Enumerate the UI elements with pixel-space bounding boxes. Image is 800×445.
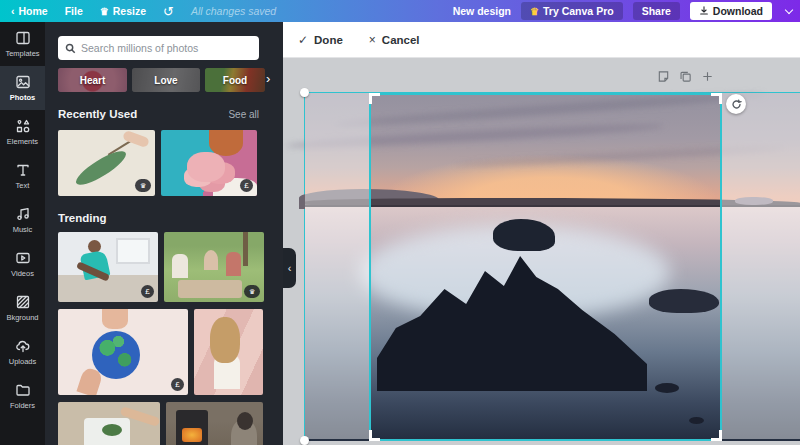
uploads-icon	[15, 338, 31, 354]
download-button[interactable]: Download	[690, 2, 772, 20]
search-icon	[65, 43, 76, 54]
rotate-button[interactable]	[726, 94, 746, 114]
trending-row-3	[58, 402, 263, 445]
photo-element-seascape[interactable]	[304, 92, 800, 440]
photo-thumb-girl[interactable]	[194, 309, 263, 395]
panel-collapse-handle[interactable]: ‹	[283, 248, 296, 288]
chevron-left-icon: ‹	[288, 262, 292, 274]
sidebar-item-background[interactable]: Bkground	[0, 286, 45, 330]
crown-icon: ♛	[530, 6, 539, 17]
elements-icon	[15, 118, 31, 134]
add-page-icon[interactable]	[701, 70, 714, 83]
design-canvas[interactable]	[283, 58, 800, 445]
text-icon	[15, 162, 31, 178]
photo-thumb-garden-party[interactable]: ♛	[164, 232, 264, 302]
category-love[interactable]: Love	[132, 68, 200, 92]
image-handle-top-left[interactable]	[300, 88, 309, 97]
crop-handle-bottom-left[interactable]	[369, 430, 380, 441]
done-button[interactable]: ✓ Done	[298, 33, 343, 47]
close-icon: ×	[369, 33, 376, 47]
photo-thumb-palm-leaf[interactable]: ♛	[58, 130, 155, 196]
photo-thumb-globe[interactable]: £	[58, 309, 188, 395]
photos-icon	[15, 74, 31, 90]
premium-crown-badge: ♛	[244, 285, 260, 298]
photos-panel: Heart Love Food › Recently Used See all …	[45, 22, 283, 445]
crop-handle-bottom-right[interactable]	[711, 430, 722, 441]
sidebar-item-folders[interactable]: Folders	[0, 374, 45, 418]
music-icon	[15, 206, 31, 222]
trending-row-2: £	[58, 309, 263, 395]
add-note-icon[interactable]	[657, 70, 670, 83]
try-canva-pro-button[interactable]: ♛ Try Canva Pro	[521, 2, 623, 20]
sidebar-item-text[interactable]: Text	[0, 154, 45, 198]
chevron-right-icon[interactable]: ›	[266, 71, 270, 86]
recently-used-header: Recently Used See all	[58, 108, 259, 120]
paid-badge: £	[240, 179, 253, 192]
undo-button[interactable]: ↺	[163, 4, 174, 19]
undo-icon: ↺	[163, 4, 174, 19]
crop-toolbar: ✓ Done × Cancel	[283, 22, 800, 58]
category-heart[interactable]: Heart	[58, 68, 127, 92]
photo-thumb-fireplace[interactable]	[166, 402, 263, 445]
trending-row-1: £ ♛	[58, 232, 264, 302]
trending-header: Trending	[58, 212, 259, 224]
crop-handle-top-right[interactable]	[711, 93, 722, 104]
download-icon	[699, 6, 709, 16]
folders-icon	[15, 382, 31, 398]
paid-badge: £	[141, 285, 154, 298]
crop-rectangle[interactable]	[369, 93, 722, 441]
category-food[interactable]: Food	[205, 68, 265, 92]
videos-icon	[15, 250, 31, 266]
sidebar-rail: Templates Photos Elements Text Music Vid…	[0, 22, 45, 445]
section-title: Trending	[58, 212, 107, 224]
crop-handle-top-left[interactable]	[369, 93, 380, 104]
cancel-button[interactable]: × Cancel	[369, 33, 420, 47]
sidebar-item-music[interactable]: Music	[0, 198, 45, 242]
file-menu[interactable]: File	[65, 5, 83, 17]
file-label: File	[65, 5, 83, 17]
photo-thumb-kitchen[interactable]: £	[58, 232, 158, 302]
page-actions	[657, 70, 714, 83]
duplicate-page-icon[interactable]	[679, 70, 692, 83]
photo-thumb-roses[interactable]: £	[161, 130, 257, 196]
premium-crown-badge: ♛	[135, 179, 151, 192]
image-handle-bottom-left[interactable]	[300, 436, 309, 445]
autosave-status: All changes saved	[191, 5, 276, 17]
resize-label: Resize	[113, 5, 146, 17]
resize-menu[interactable]: ♛ Resize	[100, 5, 146, 17]
sidebar-item-uploads[interactable]: Uploads	[0, 330, 45, 374]
templates-icon	[15, 30, 31, 46]
chevron-down-icon[interactable]	[785, 6, 793, 14]
rotate-icon	[731, 99, 742, 110]
sidebar-item-videos[interactable]: Videos	[0, 242, 45, 286]
sidebar-item-elements[interactable]: Elements	[0, 110, 45, 154]
sidebar-item-templates[interactable]: Templates	[0, 22, 45, 66]
category-chips: Heart Love Food	[58, 68, 265, 92]
sidebar-item-photos[interactable]: Photos	[0, 66, 45, 110]
paid-badge: £	[171, 378, 184, 391]
background-icon	[15, 294, 31, 310]
search-box[interactable]	[58, 36, 259, 60]
check-icon: ✓	[298, 33, 308, 47]
chevron-left-icon: ‹	[11, 5, 15, 17]
photo-thumb-sink[interactable]	[58, 402, 160, 445]
see-all-link[interactable]: See all	[228, 109, 259, 120]
home-label: Home	[19, 5, 48, 17]
crop-outside-left	[305, 93, 369, 439]
crown-icon: ♛	[100, 6, 109, 17]
top-bar: ‹ Home File ♛ Resize ↺ All changes saved…	[0, 0, 800, 22]
search-input[interactable]	[81, 42, 252, 54]
recently-used-row: ♛ £	[58, 130, 257, 196]
home-button[interactable]: ‹ Home	[11, 5, 48, 17]
share-button[interactable]: Share	[633, 2, 680, 20]
new-design-button[interactable]: New design	[453, 5, 511, 17]
section-title: Recently Used	[58, 108, 137, 120]
crop-outside-right	[722, 93, 800, 439]
